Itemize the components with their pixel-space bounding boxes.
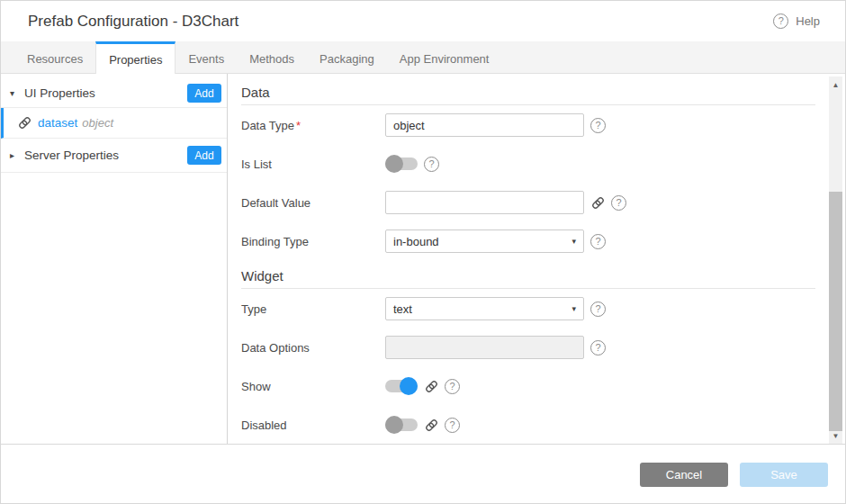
scrollbar-thumb[interactable] <box>829 192 842 431</box>
sidebar-group-server-properties[interactable]: ▸ Server Properties Add <box>1 139 227 173</box>
field-label: Data Options <box>241 341 385 355</box>
field-label: Data Type* <box>241 119 385 132</box>
field-row-type: Type text ▾ ? <box>241 297 846 320</box>
sidebar-group-ui-properties[interactable]: ▾ UI Properties Add <box>1 79 227 108</box>
page-title: Prefab Configuration - D3Chart <box>28 13 238 31</box>
disabled-toggle[interactable] <box>385 416 418 434</box>
field-row-show: Show ? <box>241 374 846 398</box>
tab-bar: Resources Properties Events Methods Pack… <box>1 41 845 74</box>
properties-sidebar: ▾ UI Properties Add dataset object ▸ Ser… <box>1 74 228 444</box>
add-server-property-button[interactable]: Add <box>187 146 221 165</box>
sidebar-group-label: UI Properties <box>24 86 187 100</box>
help-button[interactable]: ? Help <box>773 1 820 41</box>
property-name: dataset <box>38 116 77 130</box>
field-row-disabled: Disabled ? <box>241 413 846 436</box>
tab-methods[interactable]: Methods <box>237 41 307 73</box>
default-value-input[interactable] <box>385 191 584 214</box>
scroll-up-arrow-icon[interactable]: ▲ <box>829 78 842 91</box>
field-label: Disabled <box>241 418 385 432</box>
link-icon <box>17 116 32 130</box>
tab-resources[interactable]: Resources <box>14 41 95 73</box>
dialog-footer: Cancel Save <box>1 445 845 504</box>
property-form-panel: Data Data Type* ? Is List ? Default Valu… <box>228 74 846 444</box>
add-ui-property-button[interactable]: Add <box>187 84 221 103</box>
field-row-data-type: Data Type* ? <box>241 113 846 137</box>
field-row-is-list: Is List ? <box>241 152 846 176</box>
is-list-toggle[interactable] <box>385 155 418 173</box>
save-button[interactable]: Save <box>740 463 828 487</box>
dropdown-arrow-icon: ▾ <box>572 237 576 246</box>
help-label: Help <box>796 14 820 28</box>
widget-type-select[interactable]: text ▾ <box>385 297 584 320</box>
data-type-input[interactable] <box>385 113 584 137</box>
field-label: Binding Type <box>241 235 385 248</box>
help-circle-icon[interactable]: ? <box>590 340 606 356</box>
sidebar-group-label: Server Properties <box>24 148 187 162</box>
tab-app-environment[interactable]: App Environment <box>387 41 502 73</box>
field-row-data-options: Data Options ? <box>241 336 846 359</box>
tab-events[interactable]: Events <box>176 41 237 73</box>
scroll-down-arrow-icon[interactable]: ▼ <box>829 429 842 442</box>
data-options-input <box>385 336 584 359</box>
field-row-default-value: Default Value ? <box>241 191 846 214</box>
help-circle-icon[interactable]: ? <box>424 157 439 172</box>
dropdown-arrow-icon: ▾ <box>572 304 576 313</box>
show-toggle[interactable] <box>385 377 418 395</box>
help-circle-icon[interactable]: ? <box>590 234 606 249</box>
help-circle-icon: ? <box>773 14 788 29</box>
help-circle-icon[interactable]: ? <box>611 195 626 211</box>
section-title-widget: Widget <box>241 268 815 289</box>
vertical-scrollbar[interactable]: ▲ ▼ <box>829 76 842 444</box>
binding-type-select[interactable]: in-bound ▾ <box>385 230 584 253</box>
help-circle-icon[interactable]: ? <box>445 418 460 433</box>
caret-down-icon: ▾ <box>10 88 24 98</box>
field-label: Default Value <box>241 196 385 210</box>
bind-link-icon[interactable] <box>424 418 438 432</box>
property-type: object <box>82 116 113 130</box>
sidebar-item-dataset[interactable]: dataset object <box>1 108 227 139</box>
field-row-binding-type: Binding Type in-bound ▾ ? <box>241 230 846 253</box>
help-circle-icon[interactable]: ? <box>445 379 460 394</box>
bind-link-icon[interactable] <box>424 379 438 393</box>
field-label: Type <box>241 302 385 316</box>
bind-link-icon[interactable] <box>590 195 605 210</box>
required-asterisk: * <box>296 119 301 132</box>
caret-right-icon: ▸ <box>10 150 24 160</box>
tab-properties[interactable]: Properties <box>95 41 176 75</box>
field-label: Is List <box>241 158 385 171</box>
help-circle-icon[interactable]: ? <box>590 118 606 133</box>
field-label: Show <box>241 380 385 393</box>
help-circle-icon[interactable]: ? <box>590 302 606 317</box>
tab-packaging[interactable]: Packaging <box>307 41 387 73</box>
dialog-header: Prefab Configuration - D3Chart ? Help <box>1 1 845 41</box>
cancel-button[interactable]: Cancel <box>640 463 728 487</box>
section-title-data: Data <box>241 85 815 105</box>
